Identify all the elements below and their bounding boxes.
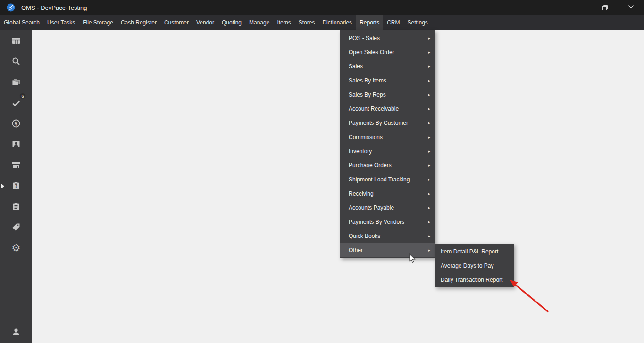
reports-menu-item-receiving[interactable]: Receiving ▸: [340, 187, 435, 201]
sidebar-item-payments[interactable]: $: [0, 113, 32, 134]
menu-item-label: Sales By Reps: [349, 91, 428, 98]
menubar-item-file-storage[interactable]: File Storage: [79, 15, 117, 30]
window-controls: [566, 0, 644, 15]
currency-icon: $: [11, 119, 21, 128]
submenu-arrow-icon: ▸: [428, 135, 430, 139]
reports-dropdown-menu: POS - Sales ▸ Open Sales Order ▸ Sales ▸…: [340, 30, 435, 258]
reports-menu-item-other[interactable]: Other ▸: [340, 243, 435, 257]
menu-item-label: Shipment Load Tracking: [349, 176, 428, 183]
sidebar-item-settings[interactable]: ⚙: [0, 237, 32, 258]
menubar-item-items[interactable]: Items: [273, 15, 294, 30]
sidebar-item-search[interactable]: [0, 51, 32, 72]
menu-item-label: Accounts Payable: [349, 204, 428, 211]
menu-item-label: Payments By Vendors: [349, 219, 428, 225]
panel-expand-arrow-icon[interactable]: [1, 184, 4, 188]
reports-menu-item-payments-by-customer[interactable]: Payments By Customer ▸: [340, 116, 435, 130]
submenu-arrow-icon: ▸: [428, 177, 430, 182]
submenu-arrow-icon: ▸: [428, 121, 430, 125]
menubar-item-cash-register[interactable]: Cash Register: [117, 15, 160, 30]
sidebar-item-stores[interactable]: [0, 155, 32, 175]
tasks-count-badge: 6: [19, 93, 26, 99]
submenu-item-average-days-to-pay[interactable]: Average Days to Pay: [435, 259, 514, 273]
reports-menu-item-inventory[interactable]: Inventory ▸: [340, 144, 435, 158]
sidebar-item-user[interactable]: [0, 322, 32, 341]
menubar-item-global-search[interactable]: Global Search: [0, 15, 43, 30]
submenu-arrow-icon: ▸: [428, 64, 430, 69]
app-logo-icon: [7, 3, 15, 12]
menu-item-label: Account Receivable: [349, 106, 428, 112]
menubar-item-quoting[interactable]: Quoting: [218, 15, 245, 30]
submenu-arrow-icon: ▸: [428, 106, 430, 111]
reports-menu-item-payments-by-vendors[interactable]: Payments By Vendors ▸: [340, 215, 435, 229]
menubar-item-vendor[interactable]: Vendor: [192, 15, 218, 30]
reports-menu-item-shipment-load-tracking[interactable]: Shipment Load Tracking ▸: [340, 172, 435, 187]
reports-menu-item-pos-sales[interactable]: POS - Sales ▸: [340, 31, 435, 45]
tag-icon: [11, 222, 21, 232]
restore-button[interactable]: [592, 0, 618, 15]
menu-item-label: Purchase Orders: [349, 162, 428, 169]
menubar-item-user-tasks[interactable]: User Tasks: [43, 15, 79, 30]
sidebar-item-contacts[interactable]: [0, 134, 32, 155]
reports-menu-item-sales-by-reps[interactable]: Sales By Reps ▸: [340, 88, 435, 102]
submenu-arrow-icon: ▸: [428, 163, 430, 168]
close-icon: [628, 5, 634, 10]
tasks-check-icon: [11, 98, 21, 107]
folders-icon: [11, 77, 21, 87]
clipboard-list-icon: [11, 202, 21, 211]
reports-menu-item-account-receivable[interactable]: Account Receivable ▸: [340, 102, 435, 116]
menubar-item-reports[interactable]: Reports: [356, 15, 383, 30]
submenu-arrow-icon: ▸: [428, 50, 430, 55]
submenu-arrow-icon: ▸: [428, 36, 430, 41]
settings-gear-icon: ⚙: [12, 243, 21, 253]
menubar-item-crm[interactable]: CRM: [383, 15, 403, 30]
reports-menu-item-accounts-payable[interactable]: Accounts Payable ▸: [340, 201, 435, 215]
sidebar-item-files[interactable]: [0, 72, 32, 92]
menubar-item-stores[interactable]: Stores: [295, 15, 319, 30]
menubar-item-manage[interactable]: Manage: [245, 15, 273, 30]
reports-menu-item-commissions[interactable]: Commissions ▸: [340, 130, 435, 144]
window-title: OMS - DevPace-Testing: [21, 4, 87, 11]
menu-item-label: Quick Books: [349, 233, 428, 239]
red-annotation-arrow: [505, 277, 552, 315]
sidebar-item-tags[interactable]: [0, 217, 32, 237]
close-button[interactable]: [618, 0, 644, 15]
clipboard-question-icon: ?: [11, 181, 21, 190]
menubar-item-dictionaries[interactable]: Dictionaries: [318, 15, 356, 30]
main-content-area: [32, 30, 644, 343]
title-bar: OMS - DevPace-Testing: [0, 0, 644, 15]
menu-item-label: Other: [349, 247, 428, 253]
minimize-button[interactable]: [566, 0, 592, 15]
sidebar-item-tasks[interactable]: 6: [0, 92, 32, 113]
store-icon: [11, 160, 21, 170]
submenu-arrow-icon: ▸: [428, 149, 430, 154]
submenu-item-daily-transaction-report[interactable]: Daily Transaction Report: [435, 273, 514, 287]
reports-menu-item-quick-books[interactable]: Quick Books ▸: [340, 229, 435, 243]
sidebar-item-inquiries[interactable]: ?: [0, 175, 32, 196]
reports-menu-item-sales[interactable]: Sales ▸: [340, 59, 435, 74]
left-sidebar: 6 $ ?: [0, 30, 32, 343]
menu-item-label: Sales: [349, 63, 428, 70]
other-submenu: Item Detail P&L Report Average Days to P…: [435, 244, 514, 287]
submenu-arrow-icon: ▸: [428, 78, 430, 83]
reports-menu-item-sales-by-items[interactable]: Sales By Items ▸: [340, 74, 435, 88]
menu-item-label: POS - Sales: [349, 35, 428, 41]
menu-item-label: Commissions: [349, 134, 428, 140]
svg-text:?: ?: [15, 184, 17, 188]
reports-menu-item-purchase-orders[interactable]: Purchase Orders ▸: [340, 158, 435, 172]
minimize-icon: [577, 5, 582, 10]
mouse-cursor: [409, 253, 417, 264]
sidebar-item-orders[interactable]: [0, 196, 32, 217]
submenu-item-item-detail-pl-report[interactable]: Item Detail P&L Report: [435, 245, 514, 259]
menubar-item-settings[interactable]: Settings: [403, 15, 431, 30]
reports-menu-item-open-sales-order[interactable]: Open Sales Order ▸: [340, 45, 435, 59]
submenu-arrow-icon: ▸: [428, 220, 430, 224]
user-icon: [11, 327, 21, 336]
sidebar-item-dashboard[interactable]: [0, 30, 32, 51]
contact-card-icon: [11, 139, 21, 149]
search-icon: [11, 57, 21, 66]
submenu-arrow-icon: ▸: [428, 191, 430, 196]
svg-text:$: $: [14, 121, 17, 126]
restore-icon: [602, 5, 608, 10]
menubar-item-customer[interactable]: Customer: [160, 15, 192, 30]
submenu-arrow-icon: ▸: [428, 248, 430, 253]
